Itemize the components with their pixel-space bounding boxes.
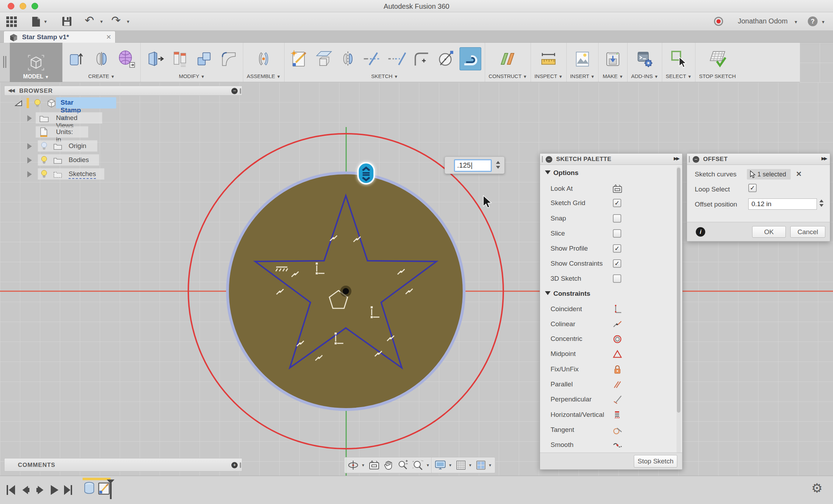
offset-tool[interactable]: [460, 47, 481, 70]
app-grid-icon[interactable]: [6, 16, 17, 27]
press-pull-tool[interactable]: [144, 47, 166, 70]
origin-point[interactable]: [343, 288, 349, 294]
assemble-group-label[interactable]: ASSEMBLE: [247, 73, 275, 79]
undo-caret[interactable]: ▼: [99, 19, 104, 24]
trim-tool[interactable]: [362, 47, 383, 70]
orbit-caret[interactable]: ▼: [361, 463, 365, 467]
help-icon[interactable]: ?: [808, 16, 818, 26]
timeline-play-icon[interactable]: [49, 483, 59, 497]
timeline-go-end-icon[interactable]: [63, 483, 74, 497]
stop-sketch-group-label[interactable]: STOP SKETCH: [699, 73, 736, 79]
slice-checkbox[interactable]: [613, 229, 621, 238]
redo-icon[interactable]: ↷: [111, 14, 121, 27]
revolve-tool[interactable]: [91, 47, 112, 70]
extend-tool[interactable]: [386, 47, 408, 70]
comments-add-icon[interactable]: +: [231, 462, 238, 468]
options-section-header[interactable]: Options: [545, 169, 579, 177]
disclosure-open-icon[interactable]: [15, 100, 22, 106]
viewports-icon[interactable]: [476, 460, 486, 470]
3d-sketch-checkbox[interactable]: [613, 274, 621, 283]
tab-close-icon[interactable]: ✕: [106, 33, 111, 41]
info-icon[interactable]: i: [696, 227, 705, 237]
project-tool[interactable]: [313, 47, 334, 70]
disclosure-icon[interactable]: [27, 143, 32, 149]
dimension-input[interactable]: .125|: [454, 159, 492, 172]
disclosure-icon[interactable]: [27, 171, 32, 177]
cancel-button[interactable]: Cancel: [790, 226, 825, 238]
palette-scrollbar[interactable]: [677, 166, 681, 454]
workspace-selector[interactable]: MODEL ▼: [10, 43, 62, 82]
user-menu[interactable]: Jonathan Odom: [738, 17, 788, 25]
browser-resize-grip[interactable]: [240, 88, 241, 94]
timeline-feature-body-icon[interactable]: [83, 481, 96, 497]
disclosure-icon[interactable]: [27, 115, 32, 121]
display-settings-icon[interactable]: [434, 460, 446, 470]
bulb-off-icon[interactable]: [40, 141, 48, 151]
midpoint-icon[interactable]: [612, 349, 623, 359]
redo-caret[interactable]: ▼: [126, 19, 130, 24]
sketch-fillet-tool[interactable]: [411, 47, 432, 70]
ok-button[interactable]: OK: [752, 226, 786, 238]
create-form-tool[interactable]: [115, 47, 137, 70]
timeline-step-forward-icon[interactable]: [34, 483, 46, 497]
select-tool[interactable]: [668, 47, 690, 70]
timeline-go-start-icon[interactable]: [6, 483, 16, 497]
selection-chip[interactable]: 1 selected: [747, 169, 791, 180]
joint-tool[interactable]: [253, 47, 274, 70]
smooth-icon[interactable]: [612, 440, 623, 450]
ribbon-drag-handle[interactable]: [0, 43, 10, 82]
record-icon[interactable]: [714, 17, 723, 26]
construct-group-label[interactable]: CONSTRUCT: [489, 73, 522, 79]
scripts-addins-tool[interactable]: [634, 47, 656, 70]
stop-sketch-tool[interactable]: [707, 47, 728, 70]
sketch-grid-checkbox[interactable]: ✓: [613, 199, 621, 207]
show-profile-checkbox[interactable]: ✓: [613, 244, 621, 253]
sketch-group-label[interactable]: SKETCH: [371, 73, 392, 79]
tree-label[interactable]: Origin: [69, 142, 86, 150]
offset-stepper[interactable]: [819, 200, 824, 207]
lock-icon[interactable]: [612, 364, 623, 375]
bulb-on-icon[interactable]: [33, 98, 42, 108]
tree-label[interactable]: Bodies: [69, 156, 89, 164]
extrude-tool[interactable]: [66, 47, 88, 70]
offset-dialog-header[interactable]: − OFFSET ▶▶: [687, 154, 830, 165]
make-3dprint-tool[interactable]: [602, 47, 624, 70]
insert-group-label[interactable]: INSERT: [570, 73, 589, 79]
look-at-icon[interactable]: [612, 184, 623, 194]
comments-bar[interactable]: COMMENTS +: [4, 458, 242, 471]
panel-grip[interactable]: [542, 156, 543, 162]
file-menu-icon[interactable]: [31, 16, 41, 27]
timeline-settings-gear-icon[interactable]: ⚙: [811, 481, 822, 496]
fillet-tool[interactable]: [218, 47, 239, 70]
coincident-icon[interactable]: [612, 304, 623, 315]
modify-group-label[interactable]: MODIFY: [179, 73, 199, 79]
grid-settings-icon[interactable]: [456, 460, 466, 470]
collapse-panel-icon[interactable]: −: [693, 156, 699, 163]
look-at-view-icon[interactable]: [369, 460, 380, 470]
grid-caret[interactable]: ▼: [468, 463, 472, 467]
viewports-caret[interactable]: ▼: [488, 463, 492, 467]
circumscribed-circle-tool[interactable]: [435, 47, 457, 70]
horizontal-vertical-icon[interactable]: [612, 410, 623, 420]
timeline-position-marker[interactable]: [106, 479, 115, 500]
browser-header[interactable]: ◀◀ BROWSER −: [4, 86, 242, 96]
pan-icon[interactable]: [383, 460, 394, 470]
snap-checkbox[interactable]: [613, 214, 621, 223]
fit-view-icon[interactable]: [412, 460, 424, 471]
create-group-label[interactable]: CREATE: [88, 73, 109, 79]
parameters-tool[interactable]: [169, 47, 190, 70]
display-caret[interactable]: ▼: [448, 463, 452, 467]
collapse-panel-icon[interactable]: −: [546, 156, 552, 163]
user-menu-caret[interactable]: ▼: [794, 20, 798, 24]
make-group-label[interactable]: MAKE: [603, 73, 618, 79]
save-icon[interactable]: [62, 16, 72, 27]
colinear-icon[interactable]: [612, 319, 623, 330]
offset-drag-handle[interactable]: [358, 163, 374, 184]
tree-label[interactable]: Sketches: [69, 170, 96, 179]
expand-panel-icon[interactable]: ▶▶: [674, 156, 679, 161]
addins-group-label[interactable]: ADD-INS: [631, 73, 653, 79]
browser-options-icon[interactable]: −: [231, 88, 238, 94]
loop-select-checkbox[interactable]: ✓: [748, 184, 757, 192]
help-caret[interactable]: ▼: [821, 20, 825, 24]
constraints-section-header[interactable]: Constraints: [545, 290, 590, 298]
